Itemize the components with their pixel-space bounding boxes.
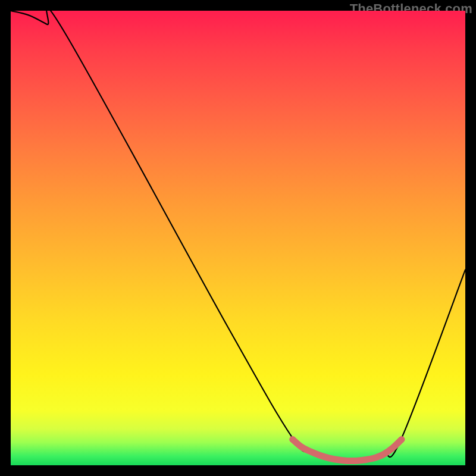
chart-frame [11, 11, 465, 465]
gradient-background [11, 11, 465, 465]
